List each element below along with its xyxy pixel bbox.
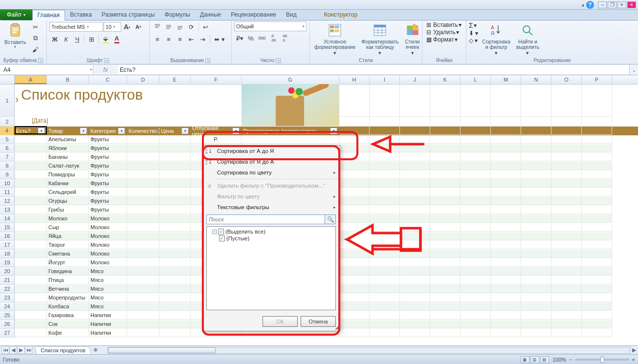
cell[interactable] bbox=[159, 285, 191, 293]
cell[interactable]: Фрукты bbox=[89, 144, 127, 152]
cell[interactable] bbox=[370, 232, 400, 240]
font-color-button[interactable]: A bbox=[111, 34, 122, 44]
cell[interactable] bbox=[15, 223, 47, 232]
cell[interactable] bbox=[15, 135, 47, 144]
cell[interactable] bbox=[159, 232, 191, 240]
align-middle-button[interactable] bbox=[163, 21, 174, 32]
cell[interactable] bbox=[551, 329, 582, 337]
cell[interactable] bbox=[430, 329, 461, 337]
window-close-button[interactable]: ✕ bbox=[627, 1, 636, 8]
decrease-decimal-button[interactable]: .00.0 bbox=[279, 33, 290, 43]
comma-button[interactable]: 000 bbox=[257, 33, 267, 43]
cell[interactable] bbox=[127, 250, 159, 258]
cell[interactable] bbox=[582, 135, 612, 144]
col-header-O[interactable]: O bbox=[551, 75, 582, 84]
cell[interactable] bbox=[400, 153, 430, 161]
cell[interactable] bbox=[339, 197, 370, 205]
cell[interactable] bbox=[430, 144, 461, 152]
cell[interactable] bbox=[339, 241, 370, 249]
cell[interactable] bbox=[339, 276, 370, 284]
cell[interactable] bbox=[582, 232, 612, 240]
cell[interactable] bbox=[15, 329, 47, 337]
cell[interactable] bbox=[400, 223, 430, 232]
cell[interactable] bbox=[521, 127, 551, 135]
cell[interactable] bbox=[400, 179, 430, 188]
cell[interactable] bbox=[339, 188, 370, 196]
cell[interactable] bbox=[127, 171, 159, 179]
cell[interactable] bbox=[127, 214, 159, 223]
cell[interactable] bbox=[400, 250, 430, 258]
cell[interactable] bbox=[15, 153, 47, 161]
cell[interactable] bbox=[551, 153, 582, 161]
cell[interactable] bbox=[430, 171, 461, 179]
cell[interactable] bbox=[159, 223, 191, 232]
filter-search-input[interactable] bbox=[206, 214, 325, 224]
cell[interactable] bbox=[339, 135, 370, 144]
cell[interactable] bbox=[400, 241, 430, 249]
cell[interactable]: Бананы bbox=[47, 153, 89, 161]
cell[interactable] bbox=[582, 250, 612, 258]
percent-button[interactable]: % bbox=[245, 33, 256, 43]
cell[interactable] bbox=[400, 214, 430, 223]
cell[interactable]: Молоко bbox=[89, 232, 127, 240]
cell[interactable] bbox=[582, 188, 612, 196]
row-header[interactable]: 21 bbox=[0, 276, 15, 285]
cell[interactable] bbox=[491, 302, 521, 311]
col-header-F[interactable]: F bbox=[191, 75, 242, 84]
cell[interactable] bbox=[400, 276, 430, 284]
cell[interactable] bbox=[430, 127, 461, 135]
cell[interactable] bbox=[15, 241, 47, 249]
cell[interactable]: Яблоки bbox=[47, 144, 89, 152]
cell[interactable]: Птица bbox=[47, 276, 89, 284]
cell[interactable] bbox=[370, 294, 400, 302]
cell[interactable] bbox=[339, 171, 370, 179]
cell[interactable] bbox=[461, 329, 491, 337]
resize-grip-icon[interactable]: ◢ bbox=[335, 324, 339, 330]
cell[interactable] bbox=[461, 214, 491, 223]
cell[interactable] bbox=[491, 162, 521, 170]
cell[interactable] bbox=[127, 223, 159, 232]
cell[interactable] bbox=[370, 171, 400, 179]
cell[interactable]: Йогурт bbox=[47, 258, 89, 267]
cell[interactable] bbox=[521, 197, 551, 205]
cell[interactable] bbox=[430, 258, 461, 267]
cell[interactable]: Говядина bbox=[47, 267, 89, 276]
cell[interactable] bbox=[551, 206, 582, 214]
clipboard-dialog-launcher[interactable]: ↘ bbox=[38, 58, 43, 63]
cell[interactable] bbox=[127, 188, 159, 196]
zoom-slider-handle[interactable] bbox=[600, 357, 604, 363]
cell[interactable]: Р. bbox=[191, 135, 242, 144]
table-header-cell[interactable]: Есть? ▾ bbox=[15, 127, 47, 135]
cell[interactable] bbox=[370, 311, 400, 320]
cell[interactable]: Грибы bbox=[47, 206, 89, 214]
cell[interactable]: Молоко bbox=[89, 223, 127, 232]
cell[interactable] bbox=[521, 285, 551, 293]
cell[interactable] bbox=[339, 206, 370, 214]
cell[interactable] bbox=[430, 162, 461, 170]
row-header[interactable]: 11 bbox=[0, 188, 15, 197]
cell[interactable] bbox=[370, 197, 400, 205]
cell[interactable] bbox=[551, 311, 582, 320]
cell[interactable] bbox=[551, 276, 582, 284]
cell[interactable]: Кабачки bbox=[47, 179, 89, 188]
insert-cells-button[interactable]: ⊞Вставить ▾ bbox=[425, 21, 462, 28]
cell[interactable] bbox=[370, 267, 400, 276]
cell[interactable] bbox=[551, 241, 582, 249]
cell[interactable] bbox=[551, 294, 582, 302]
cell[interactable] bbox=[339, 294, 370, 302]
sort-by-color-item[interactable]: Сортировка по цвету ▸ bbox=[202, 167, 340, 178]
font-dialog-launcher[interactable]: ↘ bbox=[104, 58, 109, 63]
cell[interactable] bbox=[582, 320, 612, 328]
cell[interactable]: Мясо bbox=[89, 267, 127, 276]
sheet-nav-first[interactable]: ⏮ bbox=[1, 346, 9, 354]
alignment-dialog-launcher[interactable]: ↘ bbox=[205, 58, 210, 63]
tab-formulas[interactable]: Формулы bbox=[160, 9, 195, 20]
horizontal-scrollbar[interactable] bbox=[108, 347, 630, 354]
filter-dropdown-button[interactable]: ▾ bbox=[80, 128, 87, 134]
sheet-nav-next[interactable]: ▶ bbox=[17, 346, 25, 354]
cell[interactable] bbox=[370, 206, 400, 214]
cut-button[interactable]: ✂ bbox=[30, 21, 41, 32]
cell[interactable] bbox=[491, 276, 521, 284]
cell[interactable] bbox=[430, 294, 461, 302]
cell[interactable] bbox=[582, 214, 612, 223]
